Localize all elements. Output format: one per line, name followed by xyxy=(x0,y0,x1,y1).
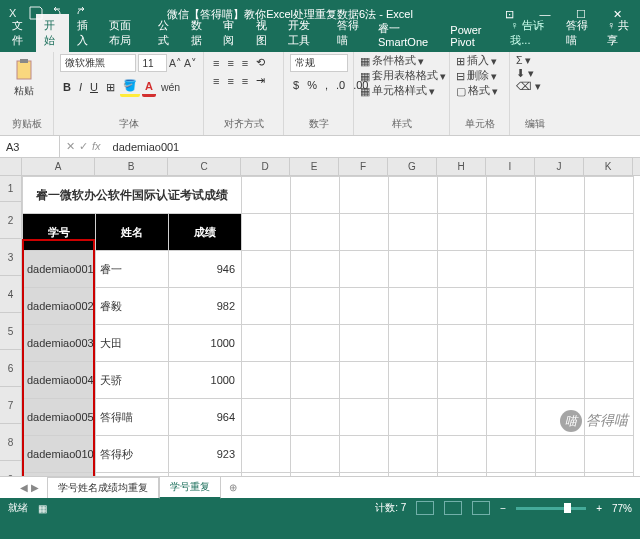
status-ready: 就绪 xyxy=(8,501,28,515)
enter-icon[interactable]: ✓ xyxy=(79,140,88,153)
group-align: 对齐方式 xyxy=(210,117,277,133)
insert-cells-button[interactable]: ⊞ 插入 ▾ xyxy=(456,54,503,68)
number-format-combo[interactable]: 常规 xyxy=(290,54,348,72)
format-cells-button[interactable]: ▢ 格式 ▾ xyxy=(456,84,503,98)
cancel-icon[interactable]: ✕ xyxy=(66,140,75,153)
phonetic-button[interactable]: wén xyxy=(158,79,183,95)
tab-custom1[interactable]: 答得喵 xyxy=(329,14,370,52)
save-icon[interactable] xyxy=(28,5,44,23)
font-size-combo[interactable]: 11 xyxy=(138,54,167,72)
share-button[interactable]: ♀ 共享 xyxy=(599,14,640,52)
col-F[interactable]: F xyxy=(339,158,388,175)
table-title: 睿一微软办公软件国际认证考试成绩 xyxy=(23,177,242,214)
tab-powerpivot[interactable]: Power Pivot xyxy=(442,20,502,52)
orientation-icon[interactable]: ⟲ xyxy=(253,54,268,71)
cell-styles-button[interactable]: ▦ 单元格样式 ▾ xyxy=(360,84,443,98)
view-layout-icon[interactable] xyxy=(444,501,462,515)
group-editing: 编辑 xyxy=(516,117,554,133)
col-J[interactable]: J xyxy=(535,158,584,175)
align-center-icon[interactable]: ≡ xyxy=(224,73,236,89)
group-cells: 单元格 xyxy=(456,117,503,133)
fill-button[interactable]: ⬇ ▾ xyxy=(516,67,554,79)
group-number: 数字 xyxy=(290,117,347,133)
formula-input[interactable]: dademiao001 xyxy=(107,141,640,153)
new-sheet-icon[interactable]: ⊕ xyxy=(221,482,245,493)
tab-data[interactable]: 数据 xyxy=(183,14,215,52)
col-I[interactable]: I xyxy=(486,158,535,175)
tell-me[interactable]: ♀ 告诉我... xyxy=(502,14,558,52)
table-format-button[interactable]: ▦ 套用表格格式 ▾ xyxy=(360,69,443,83)
col-K[interactable]: K xyxy=(584,158,633,175)
fill-color-button[interactable]: 🪣 xyxy=(120,77,140,97)
sheet-tab-1[interactable]: 学号姓名成绩均重复 xyxy=(47,477,159,498)
shrink-font-icon[interactable]: A˅ xyxy=(184,57,197,69)
font-color-button[interactable]: A xyxy=(142,78,156,97)
currency-icon[interactable]: $ xyxy=(290,77,302,93)
formula-bar: A3 ✕✓fx dademiao001 xyxy=(0,136,640,158)
border-button[interactable]: ⊞ xyxy=(103,79,118,96)
italic-button[interactable]: I xyxy=(76,79,85,95)
tab-formulas[interactable]: 公式 xyxy=(150,14,182,52)
indent-icon[interactable]: ⇥ xyxy=(253,72,268,89)
clear-button[interactable]: ⌫ ▾ xyxy=(516,80,554,92)
tab-custom2[interactable]: 睿一 SmartOne xyxy=(370,17,442,52)
sheet-tabs: ◀ ▶ 学号姓名成绩均重复 学号重复 ⊕ xyxy=(0,476,640,498)
align-left-icon[interactable]: ≡ xyxy=(210,73,222,89)
worksheet[interactable]: A B C D E F G H I J K 123456789 睿一微软办公软件… xyxy=(0,158,640,476)
sheet-nav-icon[interactable]: ◀ ▶ xyxy=(20,482,39,493)
col-C[interactable]: C xyxy=(168,158,241,175)
ribbon: 粘贴 剪贴板 微软雅黑 11 A˄ A˅ B I U ⊞ 🪣 A wén 字体 … xyxy=(0,52,640,136)
inc-decimal-icon[interactable]: .0 xyxy=(333,77,348,93)
status-calc: ▦ xyxy=(38,503,47,514)
col-B[interactable]: B xyxy=(95,158,168,175)
group-styles: 样式 xyxy=(360,117,443,133)
tab-view[interactable]: 视图 xyxy=(248,14,280,52)
autosum-button[interactable]: Σ ▾ xyxy=(516,54,554,66)
excel-icon: X xyxy=(6,5,22,23)
paste-button[interactable]: 粘贴 xyxy=(6,54,42,98)
row-headers[interactable]: 123456789 xyxy=(0,176,22,476)
view-normal-icon[interactable] xyxy=(416,501,434,515)
tab-layout[interactable]: 页面布局 xyxy=(101,14,150,52)
comma-icon[interactable]: , xyxy=(322,77,331,93)
bold-button[interactable]: B xyxy=(60,79,74,95)
redo-icon[interactable] xyxy=(72,5,88,23)
zoom-slider[interactable] xyxy=(516,507,586,510)
zoom-level[interactable]: 77% xyxy=(612,503,632,514)
align-mid-icon[interactable]: ≡ xyxy=(224,55,236,71)
zoom-in-icon[interactable]: + xyxy=(596,503,602,514)
sheet-tab-2[interactable]: 学号重复 xyxy=(159,476,221,499)
status-bar: 就绪 ▦ 计数: 7 − + 77% xyxy=(0,498,640,518)
group-font: 字体 xyxy=(60,117,197,133)
svg-rect-3 xyxy=(20,59,28,63)
svg-text:X: X xyxy=(9,7,17,19)
tab-dev[interactable]: 开发工具 xyxy=(280,14,329,52)
delete-cells-button[interactable]: ⊟ 删除 ▾ xyxy=(456,69,503,83)
svg-rect-2 xyxy=(17,61,31,79)
name-box[interactable]: A3 xyxy=(0,136,60,157)
col-H[interactable]: H xyxy=(437,158,486,175)
status-count: 计数: 7 xyxy=(375,501,406,515)
fx-icon[interactable]: fx xyxy=(92,140,101,153)
tab-review[interactable]: 审阅 xyxy=(215,14,247,52)
align-bot-icon[interactable]: ≡ xyxy=(239,55,251,71)
undo-icon[interactable] xyxy=(50,5,66,23)
font-name-combo[interactable]: 微软雅黑 xyxy=(60,54,136,72)
col-E[interactable]: E xyxy=(290,158,339,175)
ribbon-tabs: 文件 开始 插入 页面布局 公式 数据 审阅 视图 开发工具 答得喵 睿一 Sm… xyxy=(0,28,640,52)
underline-button[interactable]: U xyxy=(87,79,101,95)
cond-format-button[interactable]: ▦ 条件格式 ▾ xyxy=(360,54,443,68)
grow-font-icon[interactable]: A˄ xyxy=(169,57,182,69)
account[interactable]: 答得喵 xyxy=(558,14,599,52)
col-A[interactable]: A xyxy=(22,158,95,175)
data-grid[interactable]: 睿一微软办公软件国际认证考试成绩 学号姓名成绩 dademiao001睿一946… xyxy=(22,176,634,476)
col-D[interactable]: D xyxy=(241,158,290,175)
percent-icon[interactable]: % xyxy=(304,77,320,93)
align-right-icon[interactable]: ≡ xyxy=(239,73,251,89)
align-top-icon[interactable]: ≡ xyxy=(210,55,222,71)
view-break-icon[interactable] xyxy=(472,501,490,515)
group-clipboard: 剪贴板 xyxy=(6,117,47,133)
select-all[interactable] xyxy=(0,158,22,175)
col-G[interactable]: G xyxy=(388,158,437,175)
zoom-out-icon[interactable]: − xyxy=(500,503,506,514)
